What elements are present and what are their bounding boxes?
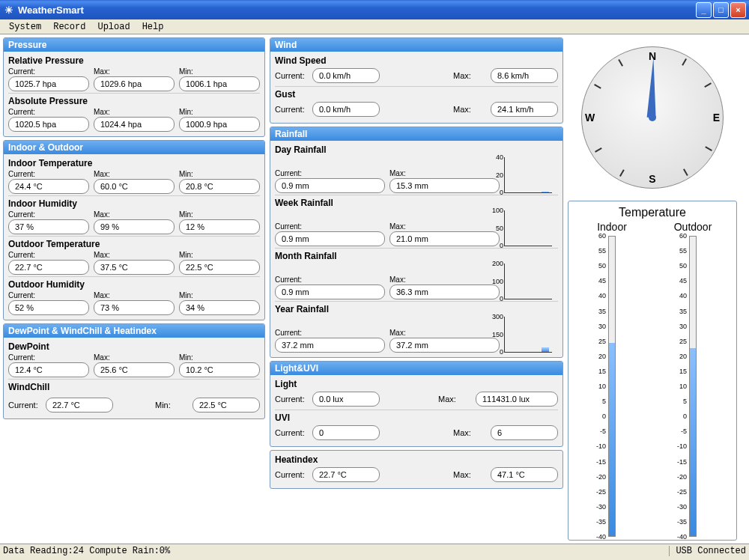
- windchill-min: 22.5 °C: [192, 398, 260, 413]
- relative-pressure-title: Relative Pressure: [8, 53, 260, 67]
- rainfall-panel: Rainfall Day Rainfall Current:0.9 mm Max…: [270, 127, 563, 358]
- day-rain-current: 0.9 mm: [275, 178, 385, 193]
- menubar: System Record Upload Help: [0, 19, 749, 34]
- window-titlebar: ☀ WeatherSmart _ □ ×: [0, 0, 749, 19]
- dewpoint-min: 10.2 °C: [179, 362, 260, 377]
- relative-pressure-min: 1006.1 hpa: [179, 76, 260, 91]
- absolute-pressure-current: 1020.5 hpa: [8, 117, 89, 132]
- minimize-button[interactable]: _: [696, 2, 712, 18]
- label-max: Max:: [94, 67, 175, 76]
- absolute-pressure-max: 1024.4 hpa: [94, 117, 175, 132]
- dewpoint-current: 12.4 °C: [8, 362, 89, 377]
- status-right: USB Connected: [669, 546, 746, 556]
- compass-s: S: [649, 173, 655, 185]
- uvi-max: 6: [491, 425, 558, 440]
- week-rain-max: 21.0 mm: [389, 231, 500, 246]
- indoor-temp-max: 60.0 °C: [94, 179, 175, 194]
- month-rain-chart: 200 100 0: [504, 264, 552, 299]
- indoor-thermometer: Indoor 605550454035302520151050-5-10-15-…: [592, 221, 631, 537]
- gust-max: 24.1 km/h: [491, 102, 558, 117]
- pressure-header: Pressure: [4, 38, 264, 52]
- light-uvi-panel: Light&UVI Light Current: 0.0 lux Max: 11…: [270, 361, 563, 447]
- gust-current: 0.0 km/h: [312, 102, 380, 117]
- month-rain-max: 36.3 mm: [389, 284, 500, 299]
- label-current: Current:: [8, 67, 89, 76]
- outdoor-temp-current: 22.7 °C: [8, 260, 89, 275]
- statusbar: Data Reading:24 Compute Rain:0% USB Conn…: [0, 544, 749, 558]
- heatindex-panel: Heatindex Current: 22.7 °C Max: 47.1 °C: [270, 450, 563, 489]
- windchill-current: 22.7 °C: [46, 398, 113, 413]
- window-title: WeatherSmart: [18, 4, 84, 16]
- outdoor-temp-max: 37.5 °C: [94, 260, 175, 275]
- light-current: 0.0 lux: [312, 392, 380, 407]
- compass-e: E: [713, 112, 720, 124]
- temperature-panel: Temperature Indoor 605550454035302520151…: [568, 201, 737, 541]
- outdoor-thermometer: Outdoor 605550454035302520151050-5-10-15…: [673, 221, 712, 537]
- indoor-hum-min: 12 %: [179, 219, 260, 234]
- indoor-outdoor-panel: Indoor & Outdoor Indoor Temperature Curr…: [3, 140, 265, 320]
- indoor-hum-max: 99 %: [94, 219, 175, 234]
- maximize-button[interactable]: □: [713, 2, 729, 18]
- day-rain-max: 15.3 mm: [389, 178, 500, 193]
- wind-speed-max: 8.6 km/h: [491, 68, 558, 83]
- heatindex-max: 47.1 °C: [491, 467, 558, 482]
- outdoor-hum-current: 52 %: [8, 300, 89, 315]
- pressure-panel: Pressure Relative Pressure Current:1025.…: [3, 37, 265, 137]
- indoor-temp-min: 20.8 °C: [179, 179, 260, 194]
- compass-needle-icon: [647, 58, 658, 118]
- menu-record[interactable]: Record: [47, 20, 91, 34]
- uvi-current: 0: [312, 425, 380, 440]
- menu-help[interactable]: Help: [136, 20, 170, 34]
- absolute-pressure-min: 1000.9 hpa: [179, 117, 260, 132]
- outdoor-hum-min: 34 %: [179, 300, 260, 315]
- heatindex-current: 22.7 °C: [312, 467, 380, 482]
- week-rain-chart: 100 50 0: [504, 210, 552, 246]
- temperature-title: Temperature: [571, 204, 733, 221]
- outdoor-hum-max: 73 %: [94, 300, 175, 315]
- status-left: Data Reading:24 Compute Rain:0%: [3, 546, 170, 556]
- dewpoint-max: 25.6 °C: [94, 362, 175, 377]
- close-button[interactable]: ×: [730, 2, 746, 18]
- day-rain-chart: 40 20 0: [504, 157, 552, 193]
- outdoor-temp-min: 22.5 °C: [179, 260, 260, 275]
- app-icon: ☀: [3, 4, 15, 16]
- relative-pressure-current: 1025.7 hpa: [8, 76, 89, 91]
- year-rain-max: 37.2 mm: [389, 338, 500, 353]
- light-max: 111431.0 lux: [476, 392, 558, 407]
- dewpoint-windchill-panel: DewPoint & WindChill & Heatindex DewPoin…: [3, 323, 265, 419]
- wind-panel: Wind Wind Speed Current: 0.0 km/h Max: 8…: [270, 37, 563, 124]
- compass-w: W: [585, 112, 595, 124]
- compass-gauge: N S E W: [568, 37, 737, 198]
- menu-system[interactable]: System: [3, 20, 47, 34]
- indoor-temp-current: 24.4 °C: [8, 179, 89, 194]
- month-rain-current: 0.9 mm: [275, 284, 385, 299]
- absolute-pressure-title: Absolute Pressure: [8, 93, 260, 107]
- year-rain-chart: 300 150 0: [504, 317, 552, 353]
- indoor-hum-current: 37 %: [8, 219, 89, 234]
- label-min: Min:: [179, 67, 260, 76]
- menu-upload[interactable]: Upload: [91, 20, 136, 34]
- year-rain-current: 37.2 mm: [275, 338, 385, 353]
- week-rain-current: 0.9 mm: [275, 231, 385, 246]
- wind-speed-current: 0.0 km/h: [312, 68, 380, 83]
- relative-pressure-max: 1029.6 hpa: [94, 76, 175, 91]
